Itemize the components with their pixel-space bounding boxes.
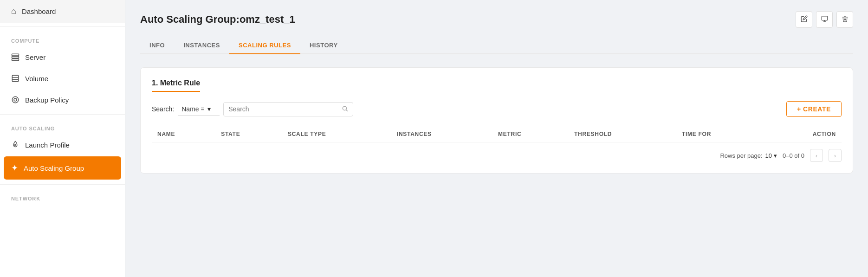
- rows-per-page: Rows per page: 10 ▾: [720, 152, 777, 159]
- search-icon: [342, 105, 348, 113]
- table-header: NAME STATE SCALE TYPE INSTANCES METRIC T…: [152, 126, 842, 142]
- divider-compute: [0, 26, 125, 27]
- server-icon: [11, 53, 19, 61]
- create-button[interactable]: + CREATE: [786, 101, 842, 117]
- tab-instances[interactable]: INSTANCES: [174, 37, 229, 54]
- backup-icon: [11, 96, 19, 104]
- search-input-wrap: [223, 102, 353, 116]
- tab-info[interactable]: INFO: [140, 37, 174, 54]
- sidebar-item-label: Launch Profile: [25, 141, 70, 149]
- col-threshold: THRESHOLD: [569, 126, 676, 142]
- chevron-right-icon: ›: [834, 152, 836, 159]
- dropdown-value: Name =: [181, 105, 204, 113]
- svg-rect-2: [12, 59, 19, 61]
- volume-icon: [11, 74, 19, 83]
- sidebar-item-volume[interactable]: Volume: [0, 68, 125, 89]
- col-scale-type: SCALE TYPE: [282, 126, 391, 142]
- display-button[interactable]: [816, 11, 833, 28]
- divider-autoscaling: [0, 114, 125, 115]
- sidebar-item-label: Auto Scaling Group: [24, 164, 84, 172]
- svg-rect-3: [12, 75, 19, 82]
- svg-rect-1: [12, 57, 19, 58]
- sidebar-item-backup-policy[interactable]: Backup Policy: [0, 89, 125, 110]
- metric-rule-card: 1. Metric Rule Search: Name = ▾ + CREATE: [140, 67, 853, 174]
- svg-rect-0: [12, 54, 19, 56]
- col-state: STATE: [215, 126, 282, 142]
- pagination: Rows per page: 10 ▾ 0–0 of 0 ‹ ›: [152, 142, 842, 162]
- sidebar-item-label: Dashboard: [22, 7, 56, 15]
- section-title: 1. Metric Rule: [152, 79, 842, 101]
- svg-point-12: [343, 106, 347, 110]
- sidebar-item-dashboard[interactable]: ⌂ Dashboard: [0, 0, 125, 23]
- col-time-for: TIME FOR: [676, 126, 765, 142]
- section-label-compute: COMPUTE: [0, 31, 125, 46]
- edit-icon: [801, 15, 808, 24]
- search-dropdown[interactable]: Name = ▾: [178, 103, 220, 116]
- col-action: ACTION: [765, 126, 842, 142]
- home-icon: ⌂: [11, 6, 16, 16]
- search-label: Search:: [152, 105, 174, 113]
- section-label-autoscaling: AUTO SCALING: [0, 118, 125, 134]
- main-content: Auto Scaling Group:omz_test_1 INFO INSTA…: [125, 0, 868, 277]
- trash-icon: [842, 15, 849, 24]
- tab-scaling-rules[interactable]: SCALING RULES: [229, 37, 300, 54]
- search-bar: Search: Name = ▾ + CREATE: [152, 101, 842, 117]
- launch-icon: [11, 141, 19, 149]
- search-left: Search: Name = ▾: [152, 102, 353, 116]
- autoscaling-icon: ✦: [11, 163, 18, 173]
- sidebar-item-server[interactable]: Server: [0, 46, 125, 68]
- divider-network: [0, 184, 125, 185]
- svg-point-8: [15, 144, 16, 146]
- page-title: Auto Scaling Group:omz_test_1: [140, 13, 295, 26]
- tab-history[interactable]: HISTORY: [300, 37, 347, 54]
- sidebar-item-label: Server: [25, 53, 45, 61]
- sidebar: ⌂ Dashboard COMPUTE Server Volume Backup…: [0, 0, 125, 277]
- svg-rect-9: [822, 16, 828, 20]
- page-header: Auto Scaling Group:omz_test_1: [140, 11, 853, 28]
- chevron-down-icon: ▾: [207, 105, 211, 113]
- svg-line-13: [346, 110, 348, 111]
- display-icon: [821, 15, 828, 24]
- prev-page-button[interactable]: ‹: [810, 149, 823, 162]
- col-instances: INSTANCES: [391, 126, 492, 142]
- chevron-left-icon: ‹: [816, 152, 817, 159]
- col-metric: METRIC: [492, 126, 569, 142]
- next-page-button[interactable]: ›: [829, 149, 842, 162]
- sidebar-item-label: Volume: [25, 75, 48, 83]
- rows-per-page-label: Rows per page:: [720, 152, 762, 159]
- tab-bar: INFO INSTANCES SCALING RULES HISTORY: [140, 37, 853, 54]
- section-label-network: NETWORK: [0, 188, 125, 204]
- sidebar-item-auto-scaling-group[interactable]: ✦ Auto Scaling Group: [4, 156, 121, 180]
- col-name: NAME: [152, 126, 215, 142]
- page-range: 0–0 of 0: [783, 152, 804, 159]
- sidebar-item-launch-profile[interactable]: Launch Profile: [0, 134, 125, 155]
- svg-point-7: [14, 98, 17, 101]
- edit-button[interactable]: [796, 11, 812, 28]
- rows-chevron-icon: ▾: [774, 152, 777, 159]
- svg-point-6: [12, 97, 19, 103]
- rows-per-page-select[interactable]: 10 ▾: [765, 152, 777, 159]
- delete-button[interactable]: [836, 11, 853, 28]
- search-input[interactable]: [228, 105, 339, 113]
- sidebar-item-label: Backup Policy: [25, 96, 69, 104]
- table: NAME STATE SCALE TYPE INSTANCES METRIC T…: [152, 126, 842, 142]
- rows-per-page-value: 10: [765, 152, 772, 159]
- metric-rule-table: NAME STATE SCALE TYPE INSTANCES METRIC T…: [152, 126, 842, 142]
- header-actions: [796, 11, 853, 28]
